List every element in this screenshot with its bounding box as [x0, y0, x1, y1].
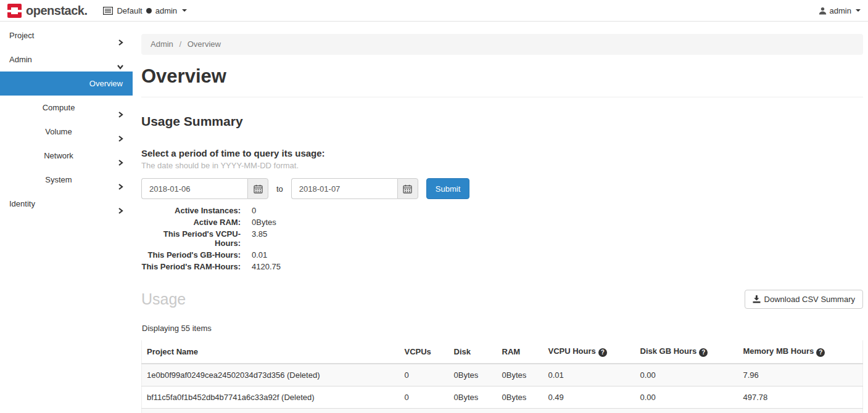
sidebar-nav: Project Admin Overview Compute Volume Ne…: [0, 22, 133, 413]
cell-disk: 0Bytes: [449, 364, 497, 386]
sidebar-item-overview[interactable]: Overview: [0, 72, 133, 96]
sidebar-item-label: Project: [9, 31, 34, 40]
usage-stats: Active Instances: 0 Active RAM: 0Bytes T…: [141, 206, 863, 271]
help-icon[interactable]: ?: [816, 348, 825, 357]
cell-project-name: 1e0b0f99af0249cea24502034d73d356 (Delete…: [142, 364, 400, 386]
context-domain: Default: [117, 6, 142, 15]
col-disk-gb-hours: Disk GB Hours?: [635, 340, 738, 364]
date-format-hint: The date should be in YYYY-MM-DD format.: [141, 161, 863, 170]
stat-label: Active RAM:: [141, 218, 241, 227]
context-separator-dot: [146, 8, 152, 14]
to-label: to: [276, 184, 283, 194]
page-title: Overview: [141, 65, 863, 88]
sidebar-item-label: Overview: [89, 79, 123, 88]
breadcrumb-separator: /: [179, 39, 181, 49]
usage-table: Project Name VCPUs Disk RAM VCPU Hours? …: [141, 340, 863, 413]
stat-value: 4120.75: [252, 262, 863, 271]
caret-down-icon: [856, 9, 861, 12]
col-project-name: Project Name: [142, 340, 400, 364]
table-row: ea1f2f357c09465eb6991edf7079efbe (Delete…: [142, 409, 863, 413]
sidebar-item-volume[interactable]: Volume: [0, 120, 133, 144]
sidebar-item-compute[interactable]: Compute: [0, 96, 133, 120]
sidebar-item-label: Network: [44, 151, 73, 160]
context-switcher-dropdown[interactable]: Default admin: [103, 6, 187, 15]
caret-down-icon: [182, 9, 187, 12]
sidebar-item-admin[interactable]: Admin: [0, 47, 133, 72]
breadcrumb-admin: Admin: [151, 39, 173, 49]
user-icon: [819, 7, 827, 15]
sidebar-item-network[interactable]: Network: [0, 144, 133, 168]
cell-ram: 0Bytes: [497, 386, 544, 409]
cell-disk: 0Bytes: [449, 409, 497, 413]
sidebar-item-label: Compute: [43, 103, 75, 112]
openstack-logo-icon: [7, 4, 22, 18]
top-navbar: openstack. Default admin admin: [0, 0, 868, 22]
calendar-icon[interactable]: [247, 178, 268, 199]
table-row: bf11c5fa0f1b452db4b7741a6c33a92f (Delete…: [142, 386, 863, 409]
usage-summary-heading: Usage Summary: [141, 114, 863, 129]
col-vcpu-hours: VCPU Hours?: [544, 340, 635, 364]
domain-icon: [103, 7, 113, 15]
cell-memory-mb-hours: 497.78: [738, 386, 863, 409]
cell-vcpu-hours: 0.49: [544, 386, 635, 409]
cell-disk-gb-hours: 0.00: [635, 409, 738, 413]
col-memory-mb-hours: Memory MB Hours?: [738, 340, 863, 364]
user-name: admin: [830, 6, 851, 15]
sidebar-item-system[interactable]: System: [0, 168, 133, 192]
date-range-form: to Submit: [141, 178, 863, 199]
submit-button[interactable]: Submit: [426, 178, 469, 199]
items-count: Displaying 55 items: [142, 324, 863, 333]
sidebar-item-label: Admin: [9, 55, 32, 64]
cell-ram: 0Bytes: [497, 409, 544, 413]
sidebar-item-label: System: [45, 175, 72, 184]
title-divider: [141, 97, 863, 97]
date-to-input[interactable]: [291, 178, 397, 199]
breadcrumb-overview: Overview: [188, 39, 221, 49]
date-from-input[interactable]: [141, 178, 247, 199]
stat-label: This Period's VCPU-Hours:: [141, 229, 241, 248]
stat-label: Active Instances:: [141, 206, 241, 215]
cell-vcpu-hours: 0.01: [544, 364, 635, 386]
user-menu-dropdown[interactable]: admin: [819, 6, 861, 15]
cell-vcpu-hours: 0.11: [544, 409, 635, 413]
sidebar-item-label: Identity: [9, 199, 35, 208]
stat-value: 0Bytes: [252, 218, 863, 227]
chevron-right-icon: [117, 200, 124, 224]
cell-memory-mb-hours: 7.96: [738, 364, 863, 386]
openstack-brand[interactable]: openstack.: [7, 4, 87, 18]
table-header-row: Project Name VCPUs Disk RAM VCPU Hours? …: [142, 340, 863, 364]
stat-value: 0.01: [252, 250, 863, 260]
help-icon[interactable]: ?: [699, 348, 708, 357]
usage-section-heading: Usage: [141, 290, 186, 308]
col-ram: RAM: [497, 340, 544, 364]
date-from-group: [141, 178, 268, 199]
main-content: Admin / Overview Overview Usage Summary …: [133, 22, 868, 413]
cell-project-name: bf11c5fa0f1b452db4b7741a6c33a92f (Delete…: [142, 386, 400, 409]
cell-disk-gb-hours: 0.00: [635, 386, 738, 409]
sidebar-item-identity[interactable]: Identity: [0, 192, 133, 216]
sidebar-item-project[interactable]: Project: [0, 23, 133, 47]
context-project: admin: [155, 6, 177, 15]
stat-label: This Period's RAM-Hours:: [141, 262, 241, 271]
stat-label: This Period's GB-Hours:: [141, 250, 241, 260]
sidebar-item-label: Volume: [45, 127, 72, 136]
brand-text: openstack.: [26, 4, 87, 18]
date-range-prompt: Select a period of time to query its usa…: [141, 148, 863, 158]
cell-vcpus: 0: [400, 364, 449, 386]
download-icon: [753, 295, 761, 303]
download-csv-button[interactable]: Download CSV Summary: [745, 290, 863, 309]
cell-memory-mb-hours: 110.93: [738, 409, 863, 413]
stat-value: 0: [252, 206, 863, 215]
table-row: 1e0b0f99af0249cea24502034d73d356 (Delete…: [142, 364, 863, 386]
col-vcpus: VCPUs: [400, 340, 449, 364]
cell-project-name: ea1f2f357c09465eb6991edf7079efbe (Delete…: [142, 409, 400, 413]
breadcrumb: Admin / Overview: [141, 34, 863, 55]
download-csv-label: Download CSV Summary: [764, 295, 855, 304]
stat-value: 3.85: [252, 229, 863, 248]
cell-vcpus: 0: [400, 386, 449, 409]
help-icon[interactable]: ?: [598, 348, 607, 357]
cell-ram: 0Bytes: [497, 364, 544, 386]
calendar-icon[interactable]: [397, 178, 418, 199]
col-disk: Disk: [449, 340, 497, 364]
cell-disk: 0Bytes: [449, 386, 497, 409]
